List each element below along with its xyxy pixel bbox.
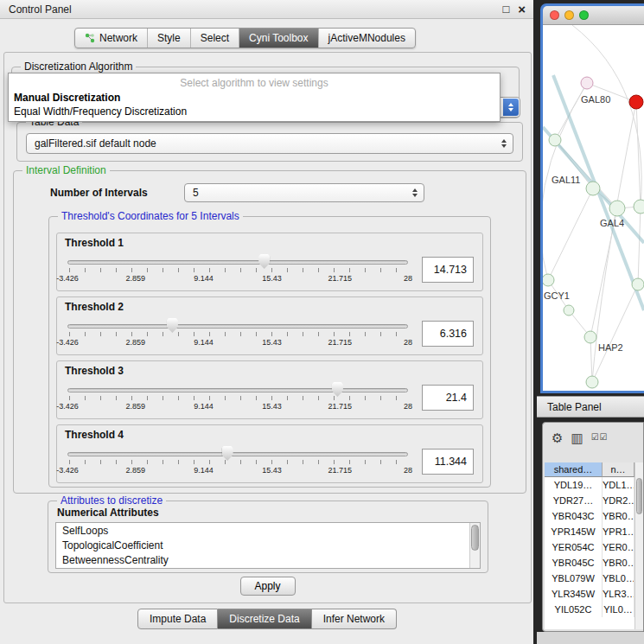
table-data-selected-value: galFiltered.sif default node [35, 134, 156, 153]
table-cell: YBL079W [545, 571, 603, 586]
combobox-stepper-icon[interactable] [503, 99, 519, 116]
network-node[interactable] [586, 376, 598, 388]
tab-network[interactable]: Network [75, 29, 147, 48]
gear-icon[interactable]: ⚙ [552, 431, 563, 444]
table-row[interactable]: YPR145WYPR1… [545, 524, 634, 539]
slider-thumb[interactable] [332, 382, 343, 397]
discretization-algorithm-group-title: Discretization Algorithm [21, 61, 136, 73]
slider-track[interactable] [67, 260, 408, 265]
tab-cyni-toolbox[interactable]: Cyni Toolbox [239, 29, 317, 48]
slider-track[interactable] [67, 324, 408, 328]
table-data-dropdown[interactable]: galFiltered.sif default node [26, 133, 513, 154]
control-panel-window: Control Panel □ × NetworkStyleSelectCyni… [0, 0, 535, 644]
network-node[interactable] [543, 274, 554, 286]
dropdown-stepper-icon[interactable] [496, 135, 512, 152]
table-cell: YER054C [545, 539, 603, 555]
tab-style[interactable]: Style [147, 29, 190, 48]
table-row[interactable]: YDR27…YDR2… [545, 493, 634, 508]
table-scrollbar-thumb[interactable] [636, 478, 642, 514]
column-header[interactable]: shared… [545, 462, 603, 477]
table-row[interactable]: YDL19…YDL1… [545, 477, 634, 493]
zoom-traffic-icon[interactable] [579, 10, 589, 20]
checkboxes-icon[interactable]: ☑☑ [591, 433, 609, 442]
network-node[interactable] [629, 95, 643, 109]
column-header[interactable]: n… [603, 462, 634, 477]
table-row[interactable]: YBL079WYBL0… [545, 571, 634, 586]
tab-label: Cyni Toolbox [249, 32, 308, 44]
network-node[interactable] [549, 134, 561, 146]
node-label: GCY1 [544, 290, 570, 301]
axis-tick-label: -3.426 [56, 466, 79, 475]
numerical-attributes-list[interactable]: SelfLoopsTopologicalCoefficientBetweenne… [55, 522, 481, 569]
tab-label: Select [201, 32, 229, 44]
algorithm-option-manual-discretization[interactable]: Manual Discretization [9, 91, 500, 105]
minimize-traffic-icon[interactable] [564, 10, 574, 20]
axis-tick-label: 15.43 [262, 466, 282, 475]
bottom-tab-bar: Impute DataDiscretize DataInfer Network [0, 609, 534, 629]
bottom-tab-infer-network[interactable]: Infer Network [312, 609, 397, 629]
columns-icon[interactable]: ▥ [571, 431, 583, 444]
threshold-value-field[interactable]: 6.316 [422, 321, 474, 347]
network-window-titlebar[interactable] [543, 6, 644, 25]
slider-track[interactable] [67, 388, 408, 392]
dropdown-stepper-icon[interactable] [407, 185, 423, 201]
slider-thumb[interactable] [222, 446, 233, 461]
network-node[interactable] [609, 201, 625, 216]
network-canvas[interactable]: GAL80GAL11GAL4GCY1HAP2 [543, 25, 644, 391]
node-label: HAP2 [598, 342, 623, 353]
table-row[interactable]: YBR043CYBR0… [545, 508, 634, 524]
list-scrollbar-thumb[interactable] [471, 525, 479, 551]
threshold-slider[interactable]: -3.4262.8599.14415.4321.71528 [66, 444, 410, 479]
axis-tick-label: -3.426 [56, 338, 79, 347]
attribute-item-topologicalcoefficient[interactable]: TopologicalCoefficient [56, 538, 480, 552]
bottom-tab-discretize-data[interactable]: Discretize Data [218, 609, 311, 629]
algorithm-popup-placeholder[interactable]: Select algorithm to view settings [9, 73, 500, 91]
table-row[interactable]: YBR045CYBR0… [545, 555, 634, 571]
number-of-intervals-dropdown[interactable]: 5 [184, 183, 424, 202]
attribute-item-betweennesscentrality[interactable]: BetweennessCentrality [56, 552, 480, 567]
table-row[interactable]: YIL052CYIL0… [545, 602, 634, 617]
axis-tick-label: 21.715 [328, 402, 352, 411]
threshold-value-field[interactable]: 11.344 [422, 449, 474, 475]
network-node[interactable] [564, 305, 574, 316]
control-panel-body: Discretization Algorithm Select algorith… [3, 52, 532, 603]
slider-thumb[interactable] [167, 318, 178, 333]
axis-tick-label: -3.426 [56, 402, 79, 411]
network-node[interactable] [584, 331, 596, 343]
attribute-item-selfloops[interactable]: SelfLoops [56, 523, 480, 538]
float-window-icon[interactable]: □ [502, 3, 509, 16]
table-cell: YBR043C [545, 508, 603, 524]
bottom-tab-impute-data[interactable]: Impute Data [137, 609, 218, 629]
network-node[interactable] [634, 200, 644, 214]
numerical-attributes-label: Numerical Attributes [57, 507, 159, 519]
network-node[interactable] [581, 77, 593, 89]
slider-track[interactable] [67, 452, 408, 456]
threshold-value-field[interactable]: 21.4 [422, 385, 474, 411]
slider-axis-labels: -3.4262.8599.14415.4321.71528 [67, 402, 408, 411]
list-scrollbar[interactable] [469, 523, 480, 568]
threshold-slider[interactable]: -3.4262.8599.14415.4321.71528 [66, 252, 410, 287]
top-tab-bar: NetworkStyleSelectCyni ToolboxjActiveMNo… [74, 28, 416, 48]
table-row[interactable]: YER054CYER0… [545, 539, 634, 555]
threshold-slider[interactable]: -3.4262.8599.14415.4321.71528 [66, 316, 410, 351]
network-graph: GAL80GAL11GAL4GCY1HAP2 [543, 25, 644, 389]
threshold-slider[interactable]: -3.4262.8599.14415.4321.71528 [66, 380, 410, 415]
apply-button[interactable]: Apply [240, 577, 296, 596]
algorithm-option-equal-width-frequency-discretization[interactable]: Equal Width/Frequency Discretization [9, 105, 500, 118]
slider-thumb[interactable] [258, 254, 270, 269]
table-row[interactable]: YLR345WYLR3… [545, 586, 634, 602]
tab-select[interactable]: Select [190, 29, 239, 48]
close-window-icon[interactable]: × [518, 2, 526, 16]
tab-jactivemnodules[interactable]: jActiveMNodules [318, 29, 415, 48]
attributes-group-title: Attributes to discretize [57, 494, 166, 507]
threshold-panel-threshold-1: Threshold 1-3.4262.8599.14415.4321.71528… [56, 233, 483, 291]
network-node[interactable] [586, 182, 600, 195]
close-traffic-icon[interactable] [550, 10, 559, 20]
node-label: GAL11 [552, 175, 580, 185]
axis-tick-label: 28 [404, 402, 412, 411]
network-node[interactable] [632, 278, 644, 290]
table-scrollbar[interactable] [634, 462, 643, 629]
threshold-value-field[interactable]: 14.713 [422, 257, 474, 283]
slider-axis-labels: -3.4262.8599.14415.4321.71528 [67, 466, 408, 475]
axis-tick-label: 2.859 [126, 466, 146, 475]
